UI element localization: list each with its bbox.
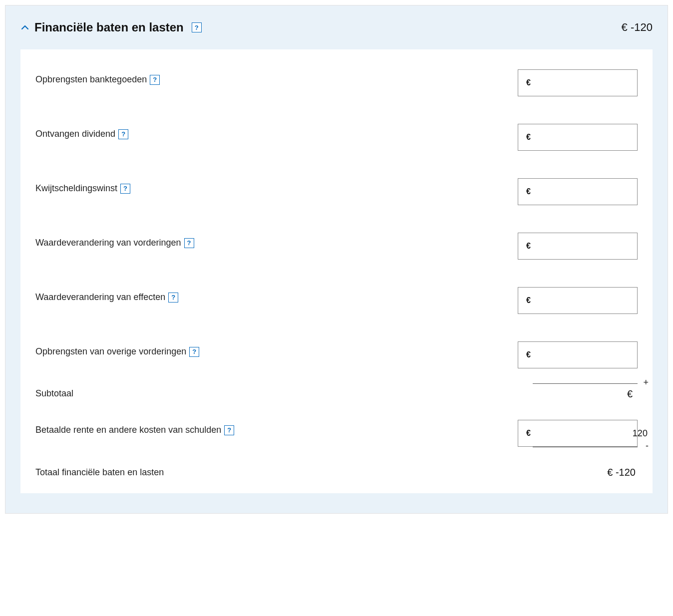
input-col: € <box>518 178 638 205</box>
row-label-wrap: Opbrengsten van overige vorderingen ? <box>35 341 199 357</box>
row-label-wrap: Opbrengsten banktegoeden ? <box>35 69 160 85</box>
currency-input-opbrengsten-overige-vorderingen[interactable]: € <box>518 341 638 368</box>
amount-field[interactable] <box>531 349 656 361</box>
row-label-wrap: Betaalde rente en andere kosten van schu… <box>35 420 234 435</box>
input-col: € <box>518 287 638 314</box>
rule-line <box>533 447 638 447</box>
amount-field[interactable] <box>531 186 656 198</box>
euro-icon: € <box>518 242 531 251</box>
amount-field[interactable] <box>531 241 656 252</box>
row-label-wrap: Waardeverandering van vorderingen ? <box>35 233 194 248</box>
euro-icon: € <box>518 429 531 438</box>
help-icon[interactable]: ? <box>118 129 128 139</box>
euro-icon: € <box>518 350 531 359</box>
section-title: Financiële baten en lasten <box>34 20 184 34</box>
section-title-wrap: Financiële baten en lasten ? <box>20 20 202 34</box>
amount-field[interactable] <box>531 132 656 143</box>
row-label: Betaalde rente en andere kosten van schu… <box>35 425 221 435</box>
subtotal-label: Subtotaal <box>35 388 73 399</box>
form-row: Ontvangen dividend ? € <box>35 124 638 151</box>
help-icon[interactable]: ? <box>224 425 234 435</box>
amount-field[interactable] <box>531 77 656 89</box>
minus-icon: - <box>646 441 649 451</box>
row-label-wrap: Kwijtscheldingswinst ? <box>35 178 130 194</box>
total-row: Totaal financiële baten en lasten € -120 <box>35 467 638 478</box>
euro-icon: € <box>518 133 531 142</box>
form-row: Opbrengsten van overige vorderingen ? € <box>35 341 638 368</box>
total-label: Totaal financiële baten en lasten <box>35 467 164 478</box>
plus-icon: + <box>643 377 649 388</box>
help-icon[interactable]: ? <box>192 22 202 32</box>
section-body: Opbrengsten banktegoeden ? € Ontvangen d… <box>20 49 653 493</box>
row-label: Waardeverandering van effecten <box>35 292 165 303</box>
total-value: € -120 <box>607 467 638 478</box>
row-label: Opbrengsten van overige vorderingen <box>35 346 186 357</box>
euro-icon: € <box>518 296 531 305</box>
euro-icon: € <box>518 187 531 196</box>
section-header: Financiële baten en lasten ? € -120 <box>20 20 653 34</box>
section-panel: Financiële baten en lasten ? € -120 Opbr… <box>5 5 668 514</box>
form-row: Kwijtscheldingswinst ? € <box>35 178 638 205</box>
input-col: € <box>518 341 638 368</box>
help-icon[interactable]: ? <box>184 238 194 248</box>
row-label: Kwijtscheldingswinst <box>35 183 117 194</box>
currency-input-waardeverandering-effecten[interactable]: € <box>518 287 638 314</box>
help-icon[interactable]: ? <box>189 347 199 357</box>
row-label: Waardeverandering van vorderingen <box>35 238 181 248</box>
euro-icon: € <box>518 78 531 87</box>
row-label: Ontvangen dividend <box>35 129 115 139</box>
minus-rule: - <box>518 442 638 452</box>
row-label-wrap: Ontvangen dividend ? <box>35 124 128 139</box>
sum-rule: + <box>518 378 638 388</box>
currency-input-opbrengsten-banktegoeden[interactable]: € <box>518 69 638 96</box>
help-icon[interactable]: ? <box>168 293 178 303</box>
input-col: € <box>518 124 638 151</box>
form-row: Waardeverandering van vorderingen ? € <box>35 233 638 260</box>
section-header-amount: € -120 <box>622 21 653 34</box>
currency-input-kwijtscheldingswinst[interactable]: € <box>518 178 638 205</box>
help-icon[interactable]: ? <box>150 75 160 85</box>
amount-field[interactable] <box>531 428 656 439</box>
row-label-wrap: Waardeverandering van effecten ? <box>35 287 178 303</box>
input-col: € <box>518 233 638 260</box>
currency-input-waardeverandering-vorderingen[interactable]: € <box>518 233 638 260</box>
form-row: Waardeverandering van effecten ? € <box>35 287 638 314</box>
input-col: € <box>518 69 638 96</box>
row-label: Opbrengsten banktegoeden <box>35 74 147 85</box>
form-row: Opbrengsten banktegoeden ? € <box>35 69 638 96</box>
chevron-up-icon[interactable] <box>20 23 29 32</box>
rule-line <box>533 383 638 384</box>
help-icon[interactable]: ? <box>120 184 130 194</box>
currency-input-ontvangen-dividend[interactable]: € <box>518 124 638 151</box>
amount-field[interactable] <box>531 295 656 307</box>
